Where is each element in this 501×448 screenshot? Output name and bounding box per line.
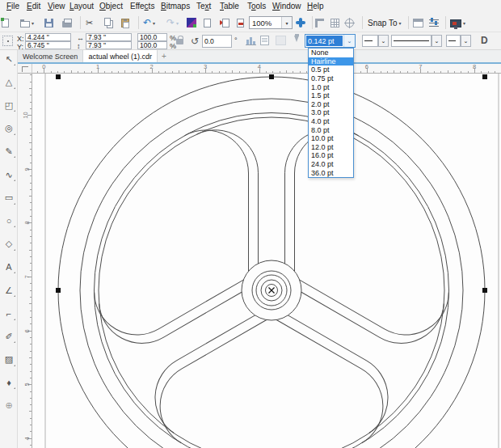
dimension-tool[interactable]: ∠	[0, 281, 18, 299]
selection-handle[interactable]	[56, 74, 61, 79]
full-screen-preview-button[interactable]	[296, 15, 305, 31]
menu-file[interactable]: File	[6, 2, 19, 11]
line-style-picker[interactable]	[391, 35, 432, 47]
new-document-button[interactable]	[2, 15, 9, 31]
object-width-icon: ↔	[77, 34, 84, 42]
selection-center-mark	[269, 288, 275, 294]
selection-handle[interactable]	[269, 74, 274, 79]
artistic-media-tool[interactable]: ∿	[0, 166, 18, 184]
wheel-drawing[interactable]	[32, 74, 501, 448]
zoom-tool[interactable]: ◎	[0, 120, 18, 137]
outline-width-option-1.0-pt[interactable]: 1.0 pt	[309, 82, 353, 91]
menu-view[interactable]: View	[48, 2, 65, 11]
show-rulers-button[interactable]	[315, 15, 324, 31]
outline-width-option-16.0-pt[interactable]: 16.0 pt	[309, 151, 353, 160]
cut-button[interactable]: ✂	[86, 15, 93, 31]
rectangle-tool[interactable]: ▭	[0, 189, 18, 207]
arrowhead-start-caret[interactable]: ⌄	[378, 35, 389, 47]
show-guidelines-button[interactable]	[345, 15, 354, 31]
y-position-field[interactable]: 6.745 "	[25, 41, 71, 49]
freehand-tool[interactable]: ✎	[0, 142, 18, 160]
width-field[interactable]: 7.93 "	[86, 33, 132, 41]
line-style-caret[interactable]: ⌄	[432, 35, 442, 47]
more-tools-button[interactable]: ⊕	[0, 396, 18, 414]
snap-to-button[interactable]: Snap To▾	[368, 15, 402, 31]
options-button[interactable]	[429, 15, 439, 31]
selection-handle[interactable]	[482, 74, 487, 79]
outline-width-option-10.0-pt[interactable]: 10.0 pt	[309, 134, 353, 143]
rotation-field[interactable]: 0.0	[202, 35, 232, 48]
menu-edit[interactable]: Edit	[27, 2, 40, 11]
horizontal-ruler[interactable]: 012345678	[32, 64, 501, 74]
ellipse-tool[interactable]: ○	[0, 212, 18, 230]
outline-width-option-2.0-pt[interactable]: 2.0 pt	[309, 100, 353, 109]
mirror-vertical-button[interactable]	[260, 36, 269, 45]
menu-tools[interactable]: Tools	[247, 2, 266, 11]
scale-x-field[interactable]: 100.0	[137, 33, 167, 41]
export-button[interactable]	[220, 15, 229, 31]
menu-text[interactable]: Text	[196, 2, 211, 11]
application-monitor-button[interactable]: ▾	[450, 15, 465, 31]
mirror-d-icon[interactable]: D	[481, 35, 488, 46]
arrowhead-start-picker[interactable]	[362, 35, 378, 47]
selection-handle[interactable]	[56, 288, 61, 293]
menu-help[interactable]: Help	[307, 2, 324, 11]
menu-effects[interactable]: Effects	[130, 2, 154, 11]
x-position-field[interactable]: 4.244 "	[25, 33, 71, 41]
outline-width-option-8.0-pt[interactable]: 8.0 pt	[309, 125, 353, 134]
outline-width-option-none[interactable]: None	[309, 49, 353, 57]
save-button[interactable]	[44, 15, 53, 31]
outline-pen-tool[interactable]: ♦	[0, 374, 18, 391]
outline-width-option-0.5-pt[interactable]: 0.5 pt	[309, 66, 353, 74]
outline-width-option-4.0-pt[interactable]: 4.0 pt	[309, 117, 353, 126]
zoom-level-combo[interactable]: 100%▾	[249, 16, 293, 29]
scale-y-field[interactable]: 100.0	[137, 41, 167, 49]
ruler-origin-corner[interactable]	[18, 64, 32, 74]
outline-width-option-36.0-pt[interactable]: 36.0 pt	[309, 168, 353, 177]
menu-bitmaps[interactable]: Bitmaps	[161, 2, 190, 11]
window-docker-button[interactable]	[413, 15, 423, 31]
pick-tool[interactable]: ↖	[0, 50, 18, 68]
undo-button[interactable]: ↶▾	[143, 15, 155, 31]
redo-button[interactable]: ↷▾	[166, 15, 179, 31]
import-button[interactable]	[204, 15, 208, 31]
outline-width-option-12.0-pt[interactable]: 12.0 pt	[309, 143, 353, 152]
arrowhead-end-caret[interactable]: ⌄	[461, 35, 471, 47]
new-tab-button[interactable]: +	[158, 50, 171, 62]
smart-fill-tool[interactable]: ▨	[0, 351, 18, 369]
menu-window[interactable]: Window	[272, 2, 301, 11]
eyedropper-tool[interactable]: ✐	[0, 328, 18, 345]
menu-object[interactable]: Object	[99, 2, 123, 11]
mirror-horizontal-button[interactable]	[246, 36, 256, 45]
tab-welcome-screen[interactable]: Welcome Screen	[18, 50, 83, 62]
polygon-tool[interactable]: ◇	[0, 235, 18, 253]
outline-width-option-3.0-pt[interactable]: 3.0 pt	[309, 108, 353, 117]
selection-handle[interactable]	[482, 288, 487, 293]
outline-width-combo[interactable]: 0.142 pt⌄	[305, 34, 356, 48]
outline-width-option-hairline[interactable]: Hairline	[309, 57, 353, 66]
crop-tool[interactable]: ◰	[0, 96, 18, 114]
paste-button[interactable]	[121, 15, 129, 31]
menu-layout[interactable]: Layout	[69, 2, 94, 11]
publish-pdf-button[interactable]	[237, 15, 244, 31]
shape-tool[interactable]: △	[0, 74, 18, 91]
arrowhead-end-picker[interactable]	[446, 35, 461, 47]
copy-button[interactable]	[104, 15, 113, 31]
lock-ratio-button[interactable]	[176, 39, 183, 44]
menu-bar: FileEditViewLayoutObjectEffectsBitmapsTe…	[0, 0, 501, 14]
outline-width-option-1.5-pt[interactable]: 1.5 pt	[309, 91, 353, 100]
vertical-ruler[interactable]: 10987654	[18, 74, 32, 448]
outline-width-option-24.0-pt[interactable]: 24.0 pt	[309, 160, 353, 169]
application-launcher-button[interactable]	[187, 15, 196, 31]
show-grid-button[interactable]	[330, 15, 339, 31]
print-button[interactable]	[62, 15, 72, 31]
open-button[interactable]: ▾	[20, 15, 34, 31]
drawing-canvas[interactable]	[32, 74, 501, 448]
connector-tool[interactable]: ⌐	[0, 305, 18, 323]
height-field[interactable]: 7.93 "	[86, 41, 132, 49]
menu-table[interactable]: Table	[220, 2, 239, 11]
text-tool[interactable]: A	[0, 258, 18, 276]
tab-actual-wheel-1-cdr[interactable]: actual wheel (1).cdr	[83, 50, 158, 62]
outline-width-option-0.75-pt[interactable]: 0.75 pt	[309, 74, 353, 83]
wrap-text-button[interactable]	[276, 36, 286, 45]
